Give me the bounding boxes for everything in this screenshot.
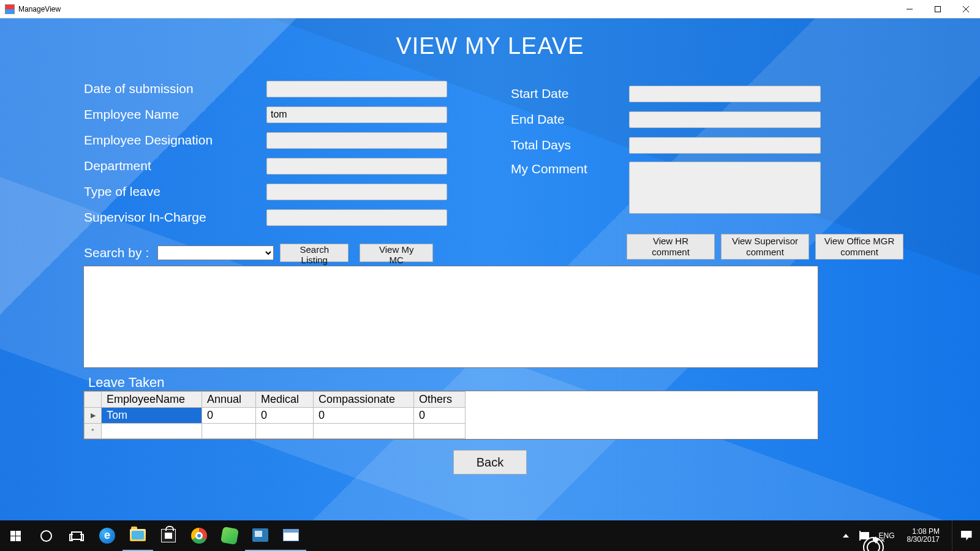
label-department: Department (84, 159, 266, 173)
label-supervisor: Supervisor In-Charge (84, 210, 266, 225)
chrome-icon[interactable] (184, 520, 214, 551)
button-view-office-mgr-comment[interactable]: View Office MGR comment (815, 234, 903, 260)
window-titlebar: ManageView (0, 0, 980, 18)
col-annual[interactable]: Annual (202, 392, 256, 408)
label-type-of-leave: Type of leave (84, 184, 266, 199)
col-medical[interactable]: Medical (256, 392, 314, 408)
label-employee-name: Employee Name (84, 107, 266, 122)
edge-icon[interactable] (92, 520, 123, 551)
label-total-days: Total Days (511, 138, 629, 152)
button-back[interactable]: Back (453, 450, 527, 474)
maximize-button[interactable] (924, 0, 952, 18)
input-start-date[interactable] (629, 86, 821, 102)
store-icon[interactable] (153, 520, 184, 551)
label-leave-taken: Leave Taken (88, 375, 164, 391)
app-icon (5, 4, 15, 14)
row-indicator-current: ▶ (85, 408, 102, 424)
input-total-days[interactable] (629, 137, 821, 154)
input-end-date[interactable] (629, 111, 821, 128)
taskbar-clock[interactable]: 1:08 PM 8/30/2017 (901, 528, 946, 544)
col-compassionate[interactable]: Compassionate (314, 392, 414, 408)
label-date-of-submission: Date of submission (84, 81, 266, 96)
label-start-date: Start Date (511, 86, 629, 101)
input-employee-name[interactable] (266, 107, 447, 123)
input-supervisor[interactable] (266, 209, 447, 226)
input-department[interactable] (266, 158, 447, 174)
bluestacks-icon[interactable] (214, 520, 245, 551)
cell-compassionate[interactable]: 0 (314, 408, 414, 424)
minimize-button[interactable] (895, 0, 924, 18)
tray-overflow-icon[interactable] (839, 520, 853, 551)
button-search-listing[interactable]: Search Listing (280, 244, 349, 262)
button-view-my-mc[interactable]: View My MC (360, 244, 433, 262)
start-button[interactable] (0, 520, 31, 551)
row-header-blank (85, 392, 102, 408)
task-view-icon[interactable] (61, 520, 92, 551)
label-search-by: Search by : (84, 246, 149, 260)
label-my-comment: My Comment (511, 162, 629, 176)
table-row-new[interactable]: * (85, 424, 466, 439)
input-type-of-leave[interactable] (266, 184, 447, 200)
label-employee-designation: Employee Designation (84, 133, 266, 148)
col-others[interactable]: Others (414, 392, 466, 408)
svg-rect-1 (935, 6, 941, 12)
cortana-search-icon[interactable] (31, 520, 61, 551)
label-end-date: End Date (511, 112, 629, 127)
listing-grid[interactable] (83, 266, 818, 368)
manageview-window-icon[interactable] (276, 520, 306, 551)
cell-others[interactable]: 0 (414, 408, 466, 424)
app-body: VIEW MY LEAVE Date of submission Employe… (0, 18, 980, 520)
button-view-supervisor-comment[interactable]: View Supervisor comment (721, 234, 809, 260)
input-my-comment[interactable] (629, 162, 821, 214)
battery-icon[interactable] (859, 531, 861, 540)
action-center-icon[interactable] (952, 520, 980, 551)
file-explorer-icon[interactable] (123, 520, 153, 551)
cell-annual[interactable]: 0 (202, 408, 256, 424)
row-indicator-new: * (85, 424, 102, 439)
leave-taken-grid[interactable]: EmployeeName Annual Medical Compassionat… (83, 391, 818, 440)
cell-medical[interactable]: 0 (256, 408, 314, 424)
window-title: ManageView (18, 5, 895, 13)
cell-employee-name[interactable]: Tom (102, 408, 202, 424)
page-title: VIEW MY LEAVE (0, 18, 980, 59)
clock-date: 8/30/2017 (907, 536, 940, 544)
close-button[interactable] (952, 0, 980, 18)
input-date-of-submission[interactable] (266, 81, 447, 97)
table-header-row: EmployeeName Annual Medical Compassionat… (85, 392, 466, 408)
button-view-hr-comment[interactable]: View HR comment (627, 234, 715, 260)
combo-search-by[interactable] (157, 246, 274, 260)
table-row[interactable]: ▶ Tom 0 0 0 0 (85, 408, 466, 424)
taskbar: ✕ ENG 1:08 PM 8/30/2017 (0, 520, 980, 551)
input-employee-designation[interactable] (266, 132, 447, 149)
running-app-icon[interactable] (245, 520, 276, 551)
col-employee-name[interactable]: EmployeeName (102, 392, 202, 408)
